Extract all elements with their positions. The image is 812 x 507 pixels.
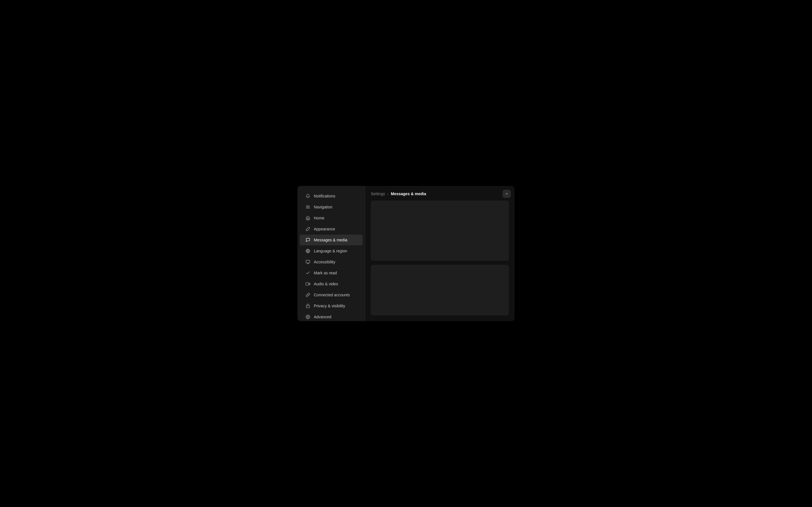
sidebar-item-privacy-visibility[interactable]: Privacy & visibility <box>300 300 363 311</box>
sidebar-item-home[interactable]: Home <box>300 213 363 223</box>
close-button[interactable]: × <box>503 190 511 198</box>
svg-marker-8 <box>309 283 310 285</box>
sidebar-item-label-messages-media: Messages & media <box>314 238 347 242</box>
settings-sidebar: NotificationsNavigationHomeAppearanceMes… <box>297 186 365 321</box>
brush-icon <box>305 226 310 231</box>
lock-icon <box>305 303 310 308</box>
video-icon <box>305 281 310 286</box>
sidebar-item-label-accessibility: Accessibility <box>314 260 335 264</box>
sidebar-item-label-privacy-visibility: Privacy & visibility <box>314 304 345 308</box>
sidebar-item-label-appearance: Appearance <box>314 227 335 231</box>
check-icon <box>305 270 310 276</box>
bell-icon <box>305 193 310 199</box>
sidebar-item-connected-accounts[interactable]: Connected accounts <box>300 290 363 300</box>
content-card-bottom <box>371 265 509 316</box>
sidebar-item-appearance[interactable]: Appearance <box>300 224 363 234</box>
svg-rect-9 <box>306 283 309 285</box>
sidebar-item-label-navigation: Navigation <box>314 205 333 209</box>
sidebar-item-label-advanced: Advanced <box>314 315 331 319</box>
sidebar-item-label-language-region: Language & region <box>314 249 347 253</box>
sidebar-item-mark-as-read[interactable]: Mark as read <box>300 268 363 278</box>
sidebar-item-label-home: Home <box>314 216 324 220</box>
sidebar-item-messages-media[interactable]: Messages & media <box>300 235 363 245</box>
chat-icon <box>305 237 310 242</box>
globe-icon <box>305 248 310 253</box>
sidebar-item-advanced[interactable]: Advanced <box>300 312 363 321</box>
sidebar-item-label-connected-accounts: Connected accounts <box>314 293 350 297</box>
settings-main-content: Settings › Messages & media <box>365 186 515 321</box>
svg-rect-10 <box>306 305 310 307</box>
sidebar-item-notifications[interactable]: Notifications <box>300 191 363 202</box>
gear-icon <box>305 314 310 320</box>
sidebar-item-audio-video[interactable]: Audio & video <box>300 279 363 289</box>
sidebar-item-label-mark-as-read: Mark as read <box>314 271 337 275</box>
home-icon <box>305 216 310 221</box>
content-card-top <box>371 201 509 261</box>
breadcrumb-parent: Settings <box>371 191 385 196</box>
menu-icon <box>305 205 310 210</box>
monitor-icon <box>305 260 310 265</box>
link-icon <box>305 292 310 297</box>
breadcrumb: Settings › Messages & media <box>371 191 509 196</box>
sidebar-item-label-audio-video: Audio & video <box>314 282 338 286</box>
breadcrumb-current: Messages & media <box>391 191 426 196</box>
settings-modal: NotificationsNavigationHomeAppearanceMes… <box>297 186 515 321</box>
svg-rect-5 <box>306 260 310 263</box>
sidebar-item-accessibility[interactable]: Accessibility <box>300 257 363 267</box>
sidebar-item-navigation[interactable]: Navigation <box>300 202 363 212</box>
sidebar-item-label-notifications: Notifications <box>314 194 335 198</box>
svg-point-11 <box>307 316 308 318</box>
breadcrumb-separator: › <box>388 191 389 196</box>
sidebar-item-language-region[interactable]: Language & region <box>300 245 363 256</box>
